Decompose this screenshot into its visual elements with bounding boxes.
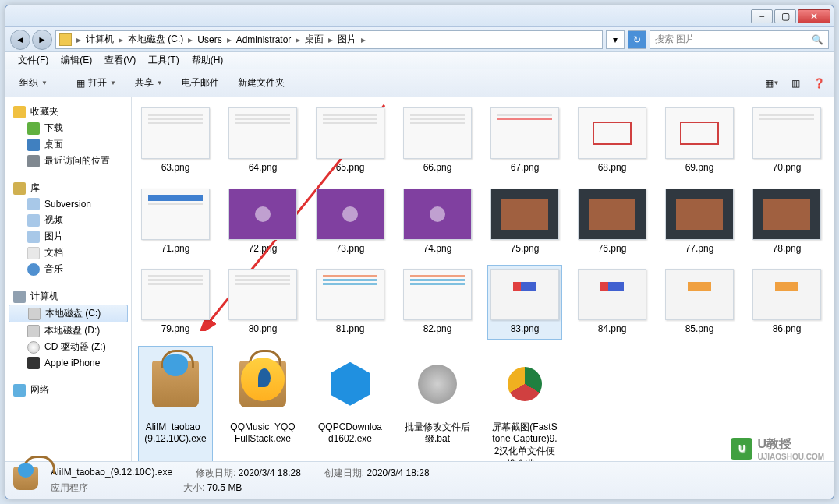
computer-icon — [13, 291, 26, 303]
file-item[interactable]: 71.png — [138, 185, 213, 259]
separator — [62, 76, 62, 91]
menu-file[interactable]: 文件(F) — [12, 54, 55, 67]
watermark-logo-icon: U — [731, 438, 752, 460]
breadcrumb[interactable]: ▸ 计算机 ▸ 本地磁盘 (C:) ▸ Users ▸ Administrato… — [55, 30, 603, 49]
bc-computer[interactable]: 计算机 — [83, 33, 117, 46]
network-icon — [13, 384, 26, 397]
bc-desktop[interactable]: 桌面 — [302, 33, 327, 46]
menu-edit[interactable]: 编辑(E) — [55, 54, 98, 67]
file-list-area[interactable]: 63.png 64.png 65.png 66.png 67.png 68.pn… — [132, 97, 834, 461]
back-button[interactable]: ◄ — [10, 30, 30, 50]
file-item[interactable]: 85.png — [662, 265, 737, 340]
sidebar-item-drive-d[interactable]: 本地磁盘 (D:) — [5, 322, 131, 339]
file-item[interactable]: 69.png — [662, 104, 737, 178]
open-icon: ▦ — [76, 78, 85, 89]
file-item[interactable]: 66.png — [400, 104, 475, 178]
chevron-right-icon: ▸ — [117, 34, 125, 45]
forward-button[interactable]: ► — [32, 30, 52, 50]
sidebar-item-docs[interactable]: 文档 — [5, 245, 131, 261]
file-item[interactable]: 74.png — [400, 185, 475, 259]
file-item[interactable]: 79.png — [138, 265, 213, 340]
sidebar-item-desktop[interactable]: 桌面 — [5, 136, 131, 153]
file-item[interactable]: 67.png — [487, 104, 562, 178]
sidebar-libraries[interactable]: 库 — [5, 180, 131, 196]
toolbar: 组织▼ ▦打开▼ 共享▼ 电子邮件 新建文件夹 ▦▼ ▥ ❓ — [5, 69, 834, 97]
sidebar-item-recent[interactable]: 最近访问的位置 — [5, 153, 131, 169]
file-item[interactable]: 73.png — [313, 185, 388, 259]
file-item[interactable]: 64.png — [225, 104, 300, 178]
back-icon: ◄ — [16, 34, 25, 45]
menu-tools[interactable]: 工具(T) — [142, 54, 185, 67]
menubar: 文件(F) 编辑(E) 查看(V) 工具(T) 帮助(H) — [5, 52, 834, 69]
chevron-right-icon: ▸ — [294, 34, 302, 45]
sidebar-item-cd[interactable]: CD 驱动器 (Z:) — [5, 339, 131, 355]
titlebar: − ▢ ✕ — [5, 5, 834, 27]
chevron-right-icon: ▸ — [186, 34, 194, 45]
file-item[interactable]: 68.png — [575, 104, 650, 178]
share-button[interactable]: 共享▼ — [127, 73, 171, 93]
file-item[interactable]: 80.png — [225, 265, 300, 340]
bc-drive-c[interactable]: 本地磁盘 (C:) — [125, 33, 186, 46]
refresh-button[interactable]: ↻ — [628, 30, 646, 49]
file-item[interactable]: 84.png — [575, 265, 650, 340]
file-item-qqmusic[interactable]: QQMusic_YQQFullStack.exe — [225, 346, 300, 461]
watermark: U U教授 UJIAOSHOU.COM — [731, 436, 824, 461]
file-item-bat[interactable]: 批量修改文件后缀.bat — [400, 346, 475, 461]
file-item[interactable]: 86.png — [749, 265, 824, 340]
sidebar-item-downloads[interactable]: 下载 — [5, 120, 131, 136]
file-item[interactable]: 65.png — [313, 104, 388, 178]
sidebar-item-music[interactable]: 音乐 — [5, 261, 131, 277]
maximize-button[interactable]: ▢ — [774, 9, 796, 23]
file-item[interactable]: 82.png — [400, 265, 475, 340]
organize-button[interactable]: 组织▼ — [12, 73, 55, 93]
email-button[interactable]: 电子邮件 — [174, 73, 227, 93]
sidebar-item-svn[interactable]: Subversion — [5, 196, 131, 212]
file-item-aliim[interactable]: AliIM_taobao_(9.12.10C).exe — [138, 346, 213, 461]
file-item-faststone[interactable]: 屏幕截图(FastStone Capture)9.2汉化单文件便携企业... — [487, 346, 562, 461]
file-item[interactable]: 83.png — [487, 265, 562, 340]
search-input[interactable]: 搜索 图片 🔍 — [650, 30, 829, 49]
bc-users[interactable]: Users — [194, 34, 225, 45]
close-button[interactable]: ✕ — [798, 9, 830, 23]
chevron-down-icon: ▼ — [774, 79, 780, 86]
minimize-button[interactable]: − — [751, 9, 773, 23]
drive-icon — [27, 325, 40, 337]
folder-icon — [27, 198, 40, 210]
watermark-brand: U教授 — [757, 436, 824, 453]
file-item[interactable]: 72.png — [225, 185, 300, 259]
file-item[interactable]: 78.png — [749, 185, 824, 259]
file-item[interactable]: 77.png — [662, 185, 737, 259]
open-button[interactable]: ▦打开▼ — [69, 73, 124, 93]
file-item-qqpc[interactable]: QQPCDownload1602.exe — [313, 346, 388, 461]
music-icon — [27, 263, 40, 276]
status-mod-label: 修改日期: — [196, 467, 235, 478]
help-button[interactable]: ❓ — [810, 75, 827, 92]
view-options-button[interactable]: ▦▼ — [763, 75, 781, 92]
sidebar-favorites[interactable]: 收藏夹 — [5, 104, 131, 120]
sidebar-item-drive-c[interactable]: 本地磁盘 (C:) — [9, 305, 128, 322]
sidebar-computer[interactable]: 计算机 — [5, 288, 131, 305]
search-placeholder: 搜索 图片 — [655, 33, 695, 46]
status-create-value: 2020/3/4 18:28 — [367, 467, 430, 478]
preview-pane-button[interactable]: ▥ — [787, 75, 804, 92]
file-item[interactable]: 81.png — [313, 265, 388, 340]
faststone-icon — [508, 367, 542, 401]
file-item[interactable]: 75.png — [487, 185, 562, 259]
menu-view[interactable]: 查看(V) — [98, 54, 142, 67]
forward-icon: ► — [37, 34, 47, 45]
bc-pictures[interactable]: 图片 — [335, 33, 359, 46]
sidebar-item-pictures[interactable]: 图片 — [5, 228, 131, 245]
sidebar-item-iphone[interactable]: Apple iPhone — [5, 355, 131, 371]
newfolder-button[interactable]: 新建文件夹 — [230, 73, 292, 93]
sidebar-network[interactable]: 网络 — [5, 382, 131, 398]
file-item[interactable]: 76.png — [575, 185, 650, 259]
maximize-icon: ▢ — [781, 11, 790, 22]
history-dropdown[interactable]: ▾ — [606, 30, 625, 49]
bc-admin[interactable]: Administrator — [233, 34, 295, 45]
file-item[interactable]: 70.png — [749, 104, 824, 178]
status-size-value: 70.5 MB — [207, 482, 242, 493]
drive-icon — [28, 308, 41, 320]
file-item[interactable]: 63.png — [138, 104, 213, 178]
sidebar-item-videos[interactable]: 视频 — [5, 212, 131, 228]
menu-help[interactable]: 帮助(H) — [186, 54, 230, 67]
